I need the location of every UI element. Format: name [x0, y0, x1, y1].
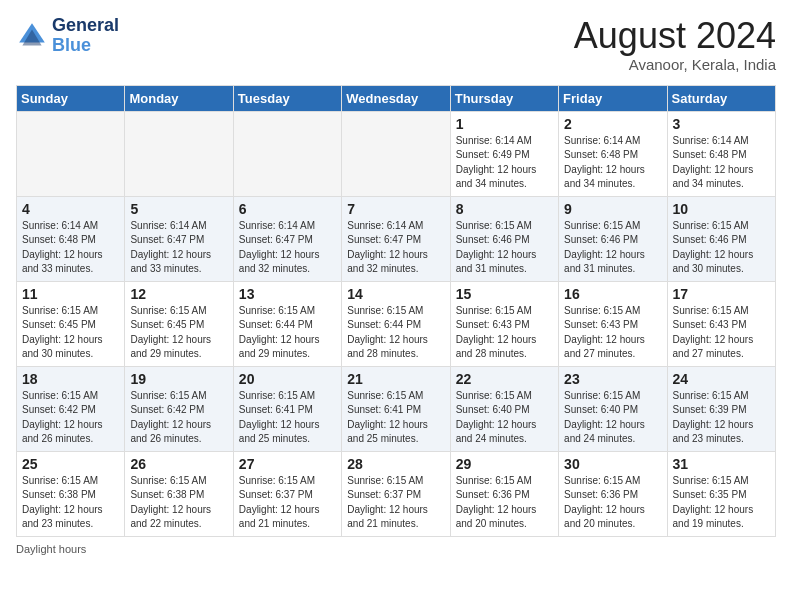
calendar-cell: 8Sunrise: 6:15 AM Sunset: 6:46 PM Daylig…: [450, 196, 558, 281]
day-info: Sunrise: 6:15 AM Sunset: 6:44 PM Dayligh…: [347, 304, 444, 362]
day-number: 9: [564, 201, 661, 217]
col-tuesday: Tuesday: [233, 85, 341, 111]
col-friday: Friday: [559, 85, 667, 111]
day-number: 4: [22, 201, 119, 217]
calendar-table: Sunday Monday Tuesday Wednesday Thursday…: [16, 85, 776, 537]
calendar-cell: 23Sunrise: 6:15 AM Sunset: 6:40 PM Dayli…: [559, 366, 667, 451]
day-number: 31: [673, 456, 770, 472]
day-number: 5: [130, 201, 227, 217]
day-number: 2: [564, 116, 661, 132]
calendar-cell: 30Sunrise: 6:15 AM Sunset: 6:36 PM Dayli…: [559, 451, 667, 536]
day-number: 6: [239, 201, 336, 217]
calendar-week-0: 1Sunrise: 6:14 AM Sunset: 6:49 PM Daylig…: [17, 111, 776, 196]
day-info: Sunrise: 6:14 AM Sunset: 6:48 PM Dayligh…: [673, 134, 770, 192]
calendar-cell: 15Sunrise: 6:15 AM Sunset: 6:43 PM Dayli…: [450, 281, 558, 366]
day-number: 17: [673, 286, 770, 302]
day-info: Sunrise: 6:14 AM Sunset: 6:47 PM Dayligh…: [239, 219, 336, 277]
calendar-cell: 31Sunrise: 6:15 AM Sunset: 6:35 PM Dayli…: [667, 451, 775, 536]
day-info: Sunrise: 6:15 AM Sunset: 6:35 PM Dayligh…: [673, 474, 770, 532]
day-number: 1: [456, 116, 553, 132]
month-title: August 2024: [574, 16, 776, 56]
day-number: 25: [22, 456, 119, 472]
day-info: Sunrise: 6:15 AM Sunset: 6:37 PM Dayligh…: [239, 474, 336, 532]
page-header: General Blue August 2024 Avanoor, Kerala…: [16, 16, 776, 73]
calendar-cell: 28Sunrise: 6:15 AM Sunset: 6:37 PM Dayli…: [342, 451, 450, 536]
calendar-cell: 12Sunrise: 6:15 AM Sunset: 6:45 PM Dayli…: [125, 281, 233, 366]
day-info: Sunrise: 6:15 AM Sunset: 6:40 PM Dayligh…: [564, 389, 661, 447]
calendar-cell: 26Sunrise: 6:15 AM Sunset: 6:38 PM Dayli…: [125, 451, 233, 536]
calendar-cell: 21Sunrise: 6:15 AM Sunset: 6:41 PM Dayli…: [342, 366, 450, 451]
calendar-cell: 24Sunrise: 6:15 AM Sunset: 6:39 PM Dayli…: [667, 366, 775, 451]
day-info: Sunrise: 6:15 AM Sunset: 6:46 PM Dayligh…: [673, 219, 770, 277]
day-info: Sunrise: 6:15 AM Sunset: 6:43 PM Dayligh…: [456, 304, 553, 362]
day-info: Sunrise: 6:15 AM Sunset: 6:42 PM Dayligh…: [22, 389, 119, 447]
day-number: 20: [239, 371, 336, 387]
calendar-cell: 7Sunrise: 6:14 AM Sunset: 6:47 PM Daylig…: [342, 196, 450, 281]
calendar-cell: 22Sunrise: 6:15 AM Sunset: 6:40 PM Dayli…: [450, 366, 558, 451]
day-info: Sunrise: 6:14 AM Sunset: 6:48 PM Dayligh…: [564, 134, 661, 192]
calendar-week-4: 25Sunrise: 6:15 AM Sunset: 6:38 PM Dayli…: [17, 451, 776, 536]
calendar-header-row: Sunday Monday Tuesday Wednesday Thursday…: [17, 85, 776, 111]
day-number: 13: [239, 286, 336, 302]
day-number: 16: [564, 286, 661, 302]
logo-text: General Blue: [52, 16, 119, 56]
day-info: Sunrise: 6:15 AM Sunset: 6:37 PM Dayligh…: [347, 474, 444, 532]
logo-icon: [16, 20, 48, 52]
col-thursday: Thursday: [450, 85, 558, 111]
day-number: 7: [347, 201, 444, 217]
day-number: 26: [130, 456, 227, 472]
calendar-cell: 6Sunrise: 6:14 AM Sunset: 6:47 PM Daylig…: [233, 196, 341, 281]
day-number: 10: [673, 201, 770, 217]
calendar-cell: 29Sunrise: 6:15 AM Sunset: 6:36 PM Dayli…: [450, 451, 558, 536]
day-info: Sunrise: 6:15 AM Sunset: 6:45 PM Dayligh…: [130, 304, 227, 362]
calendar-cell: 1Sunrise: 6:14 AM Sunset: 6:49 PM Daylig…: [450, 111, 558, 196]
daylight-label: Daylight hours: [16, 543, 86, 555]
calendar-cell: 16Sunrise: 6:15 AM Sunset: 6:43 PM Dayli…: [559, 281, 667, 366]
day-info: Sunrise: 6:15 AM Sunset: 6:40 PM Dayligh…: [456, 389, 553, 447]
calendar-week-1: 4Sunrise: 6:14 AM Sunset: 6:48 PM Daylig…: [17, 196, 776, 281]
day-number: 27: [239, 456, 336, 472]
footer: Daylight hours: [16, 543, 776, 555]
calendar-cell: 3Sunrise: 6:14 AM Sunset: 6:48 PM Daylig…: [667, 111, 775, 196]
calendar-week-3: 18Sunrise: 6:15 AM Sunset: 6:42 PM Dayli…: [17, 366, 776, 451]
calendar-cell: [342, 111, 450, 196]
day-info: Sunrise: 6:15 AM Sunset: 6:45 PM Dayligh…: [22, 304, 119, 362]
col-saturday: Saturday: [667, 85, 775, 111]
calendar-cell: 10Sunrise: 6:15 AM Sunset: 6:46 PM Dayli…: [667, 196, 775, 281]
calendar-cell: [17, 111, 125, 196]
day-info: Sunrise: 6:15 AM Sunset: 6:36 PM Dayligh…: [456, 474, 553, 532]
title-block: August 2024 Avanoor, Kerala, India: [574, 16, 776, 73]
col-sunday: Sunday: [17, 85, 125, 111]
calendar-cell: 20Sunrise: 6:15 AM Sunset: 6:41 PM Dayli…: [233, 366, 341, 451]
day-number: 29: [456, 456, 553, 472]
day-info: Sunrise: 6:15 AM Sunset: 6:39 PM Dayligh…: [673, 389, 770, 447]
day-info: Sunrise: 6:15 AM Sunset: 6:41 PM Dayligh…: [347, 389, 444, 447]
calendar-cell: 25Sunrise: 6:15 AM Sunset: 6:38 PM Dayli…: [17, 451, 125, 536]
calendar-cell: 4Sunrise: 6:14 AM Sunset: 6:48 PM Daylig…: [17, 196, 125, 281]
day-number: 21: [347, 371, 444, 387]
day-info: Sunrise: 6:14 AM Sunset: 6:48 PM Dayligh…: [22, 219, 119, 277]
day-number: 28: [347, 456, 444, 472]
location: Avanoor, Kerala, India: [574, 56, 776, 73]
calendar-cell: 2Sunrise: 6:14 AM Sunset: 6:48 PM Daylig…: [559, 111, 667, 196]
day-info: Sunrise: 6:14 AM Sunset: 6:47 PM Dayligh…: [130, 219, 227, 277]
day-number: 11: [22, 286, 119, 302]
day-info: Sunrise: 6:15 AM Sunset: 6:43 PM Dayligh…: [673, 304, 770, 362]
day-info: Sunrise: 6:14 AM Sunset: 6:47 PM Dayligh…: [347, 219, 444, 277]
day-info: Sunrise: 6:15 AM Sunset: 6:43 PM Dayligh…: [564, 304, 661, 362]
day-info: Sunrise: 6:14 AM Sunset: 6:49 PM Dayligh…: [456, 134, 553, 192]
day-number: 30: [564, 456, 661, 472]
calendar-cell: 17Sunrise: 6:15 AM Sunset: 6:43 PM Dayli…: [667, 281, 775, 366]
calendar-cell: 9Sunrise: 6:15 AM Sunset: 6:46 PM Daylig…: [559, 196, 667, 281]
day-info: Sunrise: 6:15 AM Sunset: 6:44 PM Dayligh…: [239, 304, 336, 362]
day-info: Sunrise: 6:15 AM Sunset: 6:46 PM Dayligh…: [564, 219, 661, 277]
col-wednesday: Wednesday: [342, 85, 450, 111]
day-number: 12: [130, 286, 227, 302]
day-number: 8: [456, 201, 553, 217]
calendar-cell: [125, 111, 233, 196]
day-info: Sunrise: 6:15 AM Sunset: 6:38 PM Dayligh…: [130, 474, 227, 532]
calendar-cell: 5Sunrise: 6:14 AM Sunset: 6:47 PM Daylig…: [125, 196, 233, 281]
day-info: Sunrise: 6:15 AM Sunset: 6:42 PM Dayligh…: [130, 389, 227, 447]
day-number: 22: [456, 371, 553, 387]
day-number: 14: [347, 286, 444, 302]
